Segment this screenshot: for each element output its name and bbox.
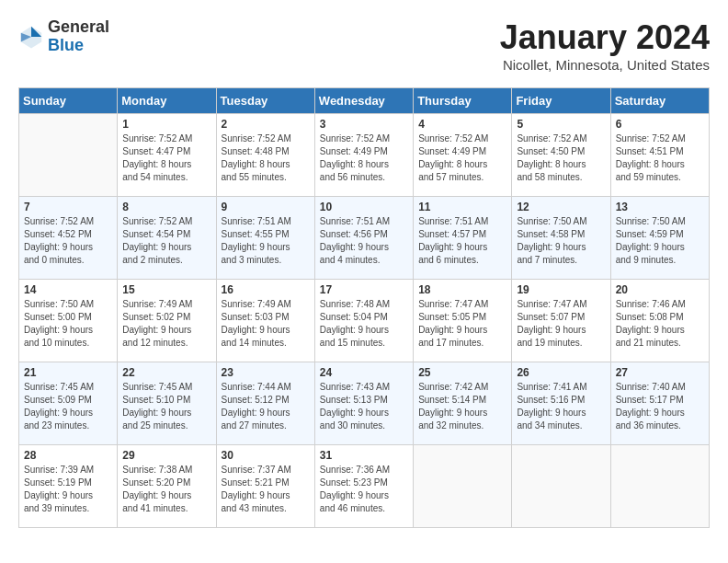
day-number: 29 (122, 449, 210, 462)
day-number: 14 (24, 283, 112, 296)
title-block: January 2024 Nicollet, Minnesota, United… (500, 18, 710, 73)
calendar-cell: 24Sunrise: 7:43 AM Sunset: 5:13 PM Dayli… (314, 362, 413, 445)
header-day-monday: Monday (118, 88, 216, 114)
calendar-cell: 17Sunrise: 7:48 AM Sunset: 5:04 PM Dayli… (314, 280, 413, 362)
day-info: Sunrise: 7:50 AM Sunset: 5:00 PM Dayligh… (24, 298, 112, 350)
day-number: 5 (517, 118, 605, 131)
day-number: 7 (24, 201, 112, 213)
day-number: 2 (222, 118, 310, 131)
day-number: 1 (122, 118, 210, 131)
page-header: General Blue January 2024 Nicollet, Minn… (18, 18, 710, 73)
day-info: Sunrise: 7:40 AM Sunset: 5:17 PM Dayligh… (616, 381, 704, 432)
day-info: Sunrise: 7:49 AM Sunset: 5:02 PM Dayligh… (122, 298, 210, 350)
logo: General Blue (18, 18, 109, 55)
day-info: Sunrise: 7:52 AM Sunset: 4:49 PM Dayligh… (320, 132, 408, 184)
day-info: Sunrise: 7:48 AM Sunset: 5:04 PM Dayligh… (320, 298, 408, 350)
calendar-cell: 9Sunrise: 7:51 AM Sunset: 4:55 PM Daylig… (216, 197, 314, 280)
day-info: Sunrise: 7:42 AM Sunset: 5:14 PM Dayligh… (418, 381, 506, 432)
day-number: 26 (517, 366, 605, 379)
day-info: Sunrise: 7:41 AM Sunset: 5:16 PM Dayligh… (517, 381, 605, 432)
logo-text: General Blue (48, 18, 109, 55)
day-number: 28 (24, 449, 112, 462)
week-row-5: 28Sunrise: 7:39 AM Sunset: 5:19 PM Dayli… (19, 445, 710, 528)
header-day-thursday: Thursday (414, 88, 512, 114)
day-number: 9 (222, 201, 310, 213)
calendar-cell: 7Sunrise: 7:52 AM Sunset: 4:52 PM Daylig… (19, 197, 118, 280)
calendar-cell: 23Sunrise: 7:44 AM Sunset: 5:12 PM Dayli… (216, 362, 314, 445)
calendar-cell: 29Sunrise: 7:38 AM Sunset: 5:20 PM Dayli… (118, 445, 216, 528)
day-number: 19 (517, 283, 605, 296)
day-number: 20 (616, 283, 704, 296)
day-number: 12 (517, 201, 605, 213)
day-number: 18 (418, 283, 506, 296)
calendar-cell: 5Sunrise: 7:52 AM Sunset: 4:50 PM Daylig… (512, 114, 610, 197)
day-number: 11 (418, 201, 506, 213)
day-number: 25 (418, 366, 506, 379)
location-subtitle: Nicollet, Minnesota, United States (500, 57, 710, 73)
week-row-4: 21Sunrise: 7:45 AM Sunset: 5:09 PM Dayli… (19, 362, 710, 445)
day-number: 4 (418, 118, 506, 131)
calendar-cell: 27Sunrise: 7:40 AM Sunset: 5:17 PM Dayli… (610, 362, 709, 445)
week-row-1: 1Sunrise: 7:52 AM Sunset: 4:47 PM Daylig… (19, 114, 710, 197)
day-info: Sunrise: 7:47 AM Sunset: 5:05 PM Dayligh… (418, 298, 506, 350)
day-number: 8 (122, 201, 210, 213)
day-number: 6 (616, 118, 704, 131)
calendar-cell: 13Sunrise: 7:50 AM Sunset: 4:59 PM Dayli… (610, 197, 709, 280)
calendar-cell: 21Sunrise: 7:45 AM Sunset: 5:09 PM Dayli… (19, 362, 118, 445)
calendar-cell: 25Sunrise: 7:42 AM Sunset: 5:14 PM Dayli… (414, 362, 512, 445)
day-info: Sunrise: 7:43 AM Sunset: 5:13 PM Dayligh… (320, 381, 408, 432)
day-info: Sunrise: 7:51 AM Sunset: 4:55 PM Dayligh… (222, 215, 310, 267)
header-day-sunday: Sunday (19, 88, 118, 114)
day-info: Sunrise: 7:51 AM Sunset: 4:56 PM Dayligh… (320, 215, 408, 267)
day-info: Sunrise: 7:38 AM Sunset: 5:20 PM Dayligh… (122, 464, 210, 515)
calendar-cell: 2Sunrise: 7:52 AM Sunset: 4:48 PM Daylig… (216, 114, 314, 197)
calendar-cell: 15Sunrise: 7:49 AM Sunset: 5:02 PM Dayli… (118, 280, 216, 362)
header-day-saturday: Saturday (610, 88, 709, 114)
calendar-cell (512, 445, 610, 528)
day-number: 13 (616, 201, 704, 213)
calendar-cell: 11Sunrise: 7:51 AM Sunset: 4:57 PM Dayli… (414, 197, 512, 280)
day-number: 31 (320, 449, 408, 462)
calendar-cell: 16Sunrise: 7:49 AM Sunset: 5:03 PM Dayli… (216, 280, 314, 362)
day-info: Sunrise: 7:39 AM Sunset: 5:19 PM Dayligh… (24, 464, 112, 515)
calendar-cell: 3Sunrise: 7:52 AM Sunset: 4:49 PM Daylig… (314, 114, 413, 197)
calendar-table: SundayMondayTuesdayWednesdayThursdayFrid… (18, 87, 710, 528)
day-number: 3 (320, 118, 408, 131)
calendar-cell: 30Sunrise: 7:37 AM Sunset: 5:21 PM Dayli… (216, 445, 314, 528)
calendar-cell: 12Sunrise: 7:50 AM Sunset: 4:58 PM Dayli… (512, 197, 610, 280)
calendar-cell: 18Sunrise: 7:47 AM Sunset: 5:05 PM Dayli… (414, 280, 512, 362)
calendar-cell: 22Sunrise: 7:45 AM Sunset: 5:10 PM Dayli… (118, 362, 216, 445)
logo-icon (18, 24, 44, 50)
day-info: Sunrise: 7:45 AM Sunset: 5:10 PM Dayligh… (122, 381, 210, 432)
day-info: Sunrise: 7:45 AM Sunset: 5:09 PM Dayligh… (24, 381, 112, 432)
day-number: 23 (222, 366, 310, 379)
day-info: Sunrise: 7:47 AM Sunset: 5:07 PM Dayligh… (517, 298, 605, 350)
calendar-body: 1Sunrise: 7:52 AM Sunset: 4:47 PM Daylig… (19, 114, 710, 528)
calendar-cell: 26Sunrise: 7:41 AM Sunset: 5:16 PM Dayli… (512, 362, 610, 445)
day-number: 27 (616, 366, 704, 379)
day-number: 22 (122, 366, 210, 379)
day-info: Sunrise: 7:52 AM Sunset: 4:52 PM Dayligh… (24, 215, 112, 267)
calendar-cell: 31Sunrise: 7:36 AM Sunset: 5:23 PM Dayli… (314, 445, 413, 528)
day-number: 17 (320, 283, 408, 296)
header-day-wednesday: Wednesday (314, 88, 413, 114)
day-info: Sunrise: 7:37 AM Sunset: 5:21 PM Dayligh… (222, 464, 310, 515)
day-info: Sunrise: 7:44 AM Sunset: 5:12 PM Dayligh… (222, 381, 310, 432)
day-number: 16 (222, 283, 310, 296)
day-info: Sunrise: 7:52 AM Sunset: 4:51 PM Dayligh… (616, 132, 704, 184)
header-row: SundayMondayTuesdayWednesdayThursdayFrid… (19, 88, 710, 114)
day-info: Sunrise: 7:50 AM Sunset: 4:58 PM Dayligh… (517, 215, 605, 267)
day-info: Sunrise: 7:51 AM Sunset: 4:57 PM Dayligh… (418, 215, 506, 267)
month-title: January 2024 (500, 18, 710, 57)
calendar-cell (19, 114, 118, 197)
header-day-tuesday: Tuesday (216, 88, 314, 114)
calendar-cell: 20Sunrise: 7:46 AM Sunset: 5:08 PM Dayli… (610, 280, 709, 362)
header-day-friday: Friday (512, 88, 610, 114)
calendar-cell: 14Sunrise: 7:50 AM Sunset: 5:00 PM Dayli… (19, 280, 118, 362)
calendar-cell: 4Sunrise: 7:52 AM Sunset: 4:49 PM Daylig… (414, 114, 512, 197)
day-number: 21 (24, 366, 112, 379)
calendar-cell: 6Sunrise: 7:52 AM Sunset: 4:51 PM Daylig… (610, 114, 709, 197)
calendar-cell: 19Sunrise: 7:47 AM Sunset: 5:07 PM Dayli… (512, 280, 610, 362)
week-row-3: 14Sunrise: 7:50 AM Sunset: 5:00 PM Dayli… (19, 280, 710, 362)
calendar-header: SundayMondayTuesdayWednesdayThursdayFrid… (19, 88, 710, 114)
